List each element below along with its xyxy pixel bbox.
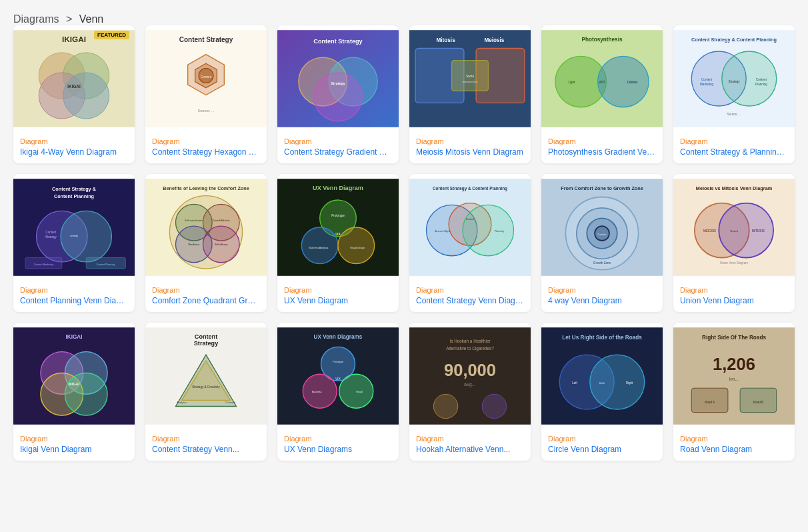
card-thumbnail: Is Hookah a Healthier Alternative to Cig… (409, 323, 531, 429)
card-title: Ikigai 4-Way Venn Diagram (20, 147, 128, 157)
svg-text:Content Planning: Content Planning (54, 193, 94, 199)
card-category: Diagram (20, 286, 128, 294)
svg-text:Source: ...: Source: ... (198, 109, 215, 113)
card-category: Diagram (284, 286, 392, 294)
diagram-card[interactable]: Content Strategy & Content Planning Cont… (13, 174, 135, 312)
card-category: Diagram (416, 137, 524, 145)
card-title: Photosynthesis Gradient Venn D... (548, 147, 656, 157)
svg-text:MITOSIS: MITOSIS (752, 229, 765, 233)
svg-text:Comfort: Comfort (598, 233, 607, 236)
diagram-card[interactable]: Photosynthesis Light Cellular ATP Diagra… (541, 25, 663, 163)
svg-text:Light: Light (569, 81, 576, 84)
svg-text:Union Venn Diagram: Union Venn Diagram (720, 261, 748, 265)
card-title: Comfort Zone Quadrant Graph (152, 296, 260, 305)
card-category: Diagram (680, 435, 788, 443)
svg-point-72 (338, 227, 375, 264)
svg-text:Meiosis: Meiosis (484, 37, 504, 43)
diagram-card[interactable]: Is Hookah a Healthier Alternative to Cig… (409, 323, 531, 461)
diagram-card[interactable]: Benefits of Leaving the Comfort Zone Sel… (145, 174, 267, 312)
card-thumbnail: Content Strategy & Content Planning Cont… (13, 174, 135, 281)
svg-text:Self-efficacy: Self-efficacy (215, 243, 228, 246)
svg-text:Content: Content (45, 231, 57, 234)
diagram-card[interactable]: IKIGAI IKIGAI FEATUREDDiagramIkigai 4-Wa… (13, 25, 135, 163)
svg-text:Benefits of Leaving the Comfor: Benefits of Leaving the Comfort Zone (163, 185, 249, 191)
svg-text:MEIOSIS: MEIOSIS (703, 229, 716, 233)
card-thumbnail: Content Strategy Strategy & Creativity A… (145, 323, 267, 429)
svg-text:Left: Left (572, 381, 577, 385)
diagram-card[interactable]: Content Strategy Strategy DiagramContent… (277, 25, 399, 163)
card-category: Diagram (284, 435, 392, 443)
card-thumbnail: Content Strategy Content Source: ... (145, 25, 267, 132)
svg-text:1,206: 1,206 (713, 355, 755, 373)
card-title: UX Venn Diagram (284, 296, 392, 305)
card-thumbnail: UX Venn Diagram Prototype Business Analy… (277, 174, 399, 281)
card-category: Diagram (152, 435, 260, 443)
svg-text:Meiosis vs Mitosis Venn Diagra: Meiosis vs Mitosis Venn Diagram (696, 185, 773, 191)
diagram-card[interactable]: Mitosis Meiosis Same characteristics Dia… (409, 25, 531, 163)
card-category: Diagram (548, 137, 656, 145)
card-thumbnail: IKIGAI IKIGAI (13, 323, 135, 429)
card-thumbnail: Meiosis vs Mitosis Venn Diagram MEIOSIS … (673, 174, 795, 281)
svg-text:Mitosis: Mitosis (436, 37, 455, 43)
svg-text:Content Strategy: Content Strategy (179, 36, 233, 43)
card-title: Union Venn Diagram (680, 296, 788, 305)
card-category: Diagram (152, 286, 260, 294)
svg-text:Is Hookah a Healthier: Is Hookah a Healthier (449, 339, 491, 343)
diagram-card[interactable]: Let Us Right Side of the Roads Left Righ… (541, 323, 663, 461)
card-title: Circle Venn Diagram (548, 445, 656, 454)
card-title: Content Strategy Venn... (152, 445, 260, 454)
diagram-card[interactable]: Content Strategy Content Source: ... Dia… (145, 25, 267, 163)
svg-text:Both: Both (599, 382, 604, 385)
svg-text:ATP: ATP (599, 81, 605, 84)
card-title: Road Venn Diagram (680, 445, 788, 454)
card-category: Diagram (20, 435, 128, 443)
svg-text:IKIGAI: IKIGAI (65, 334, 82, 340)
card-category: Diagram (284, 137, 392, 145)
svg-point-130 (433, 394, 457, 418)
svg-text:Content: Content (201, 75, 212, 79)
svg-text:Content Strategy: Content Strategy (313, 38, 363, 45)
diagram-card[interactable]: UX Venn Diagrams Prototype Business Visu… (277, 323, 399, 461)
diagram-card[interactable]: Content Strategy & Content Planning Cont… (673, 25, 795, 163)
diagram-card[interactable]: Meiosis vs Mitosis Venn Diagram MEIOSIS … (673, 174, 795, 312)
card-thumbnail: From Comfort Zone to Growth Zone Comfort… (541, 174, 663, 281)
card-category: Diagram (416, 286, 524, 294)
card-thumbnail: Mitosis Meiosis Same characteristics (409, 25, 531, 132)
breadcrumb-current: Venn (79, 13, 103, 25)
svg-point-106 (65, 373, 107, 415)
svg-text:avg...: avg... (464, 381, 476, 387)
svg-text:Content Strategy &: Content Strategy & (52, 186, 97, 192)
svg-text:UX Venn Diagrams: UX Venn Diagrams (314, 334, 363, 340)
card-title: Content Strategy Hexagon Venn... (152, 147, 260, 157)
diagram-card[interactable]: IKIGAI IKIGAI DiagramIkigai Venn Diagram (13, 323, 135, 461)
diagram-grid: IKIGAI IKIGAI FEATUREDDiagramIkigai 4-Wa… (13, 25, 795, 461)
svg-text:IKIGAI: IKIGAI (67, 84, 81, 89)
svg-text:Content: Content (466, 218, 475, 221)
svg-text:Visual Design: Visual Design (350, 247, 365, 249)
diagram-card[interactable]: UX Venn Diagram Prototype Business Analy… (277, 174, 399, 312)
svg-text:Growth Zone: Growth Zone (593, 261, 611, 265)
breadcrumb-parent[interactable]: Diagrams (13, 13, 59, 25)
svg-text:Analytics: Analytics (177, 401, 187, 404)
diagram-card[interactable]: From Comfort Zone to Growth Zone Comfort… (541, 174, 663, 312)
svg-point-96 (719, 203, 773, 258)
card-title: Meiosis Mitosis Venn Diagram (416, 147, 524, 157)
svg-text:Visual: Visual (356, 391, 363, 393)
card-thumbnail: Content Strategy Strategy (277, 25, 399, 132)
diagram-card[interactable]: Content Strategy Strategy & Creativity A… (145, 323, 267, 461)
svg-text:Growth Mindset: Growth Mindset (213, 219, 229, 222)
card-thumbnail: IKIGAI IKIGAI FEATURED (13, 25, 135, 132)
svg-text:Road A: Road A (705, 401, 715, 404)
card-thumbnail: Right Side Of The Roads 1,206 km... Road… (673, 323, 795, 429)
svg-point-38 (722, 51, 777, 106)
card-title: Ikigai Venn Diagram (20, 445, 128, 454)
breadcrumb: Diagrams > Venn (13, 13, 795, 25)
card-category: Diagram (548, 286, 656, 294)
svg-text:Business Analysis: Business Analysis (309, 247, 328, 249)
svg-text:Same: Same (466, 75, 474, 78)
diagram-card[interactable]: Right Side Of The Roads 1,206 km... Road… (673, 323, 795, 461)
card-category: Diagram (680, 286, 788, 294)
svg-point-18 (314, 73, 363, 121)
diagram-card[interactable]: Content Strategy & Content Planning Acco… (409, 174, 531, 312)
card-category: Diagram (20, 137, 128, 145)
